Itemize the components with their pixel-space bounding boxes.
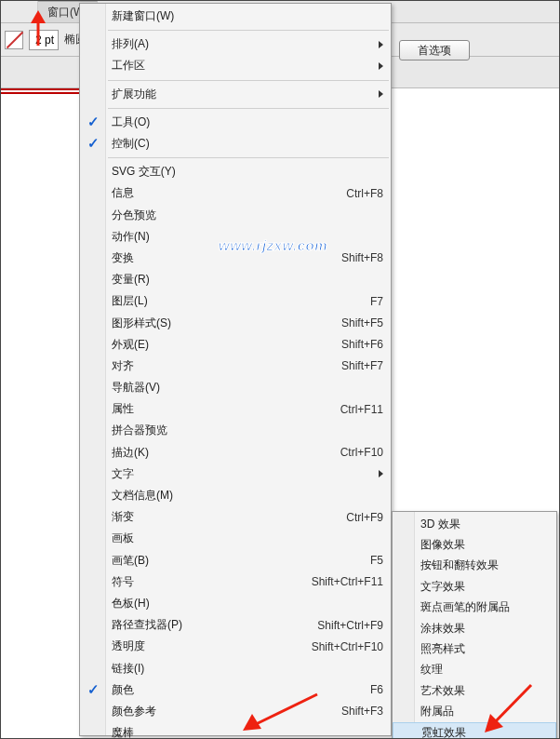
window-menu-separator bbox=[108, 80, 389, 81]
window-menu-item-label: 画笔(B) bbox=[112, 553, 352, 569]
window-menu-item[interactable]: ✓颜色F6 bbox=[80, 679, 391, 701]
style-library-submenu-item-label: 艺术效果 bbox=[420, 683, 549, 699]
window-menu-item[interactable]: 文字 bbox=[80, 464, 391, 485]
window-menu-item-label: 变量(R) bbox=[112, 272, 383, 288]
graphic-style-library-submenu: 3D 效果图像效果按钮和翻转效果文字效果斑点画笔的附属品涂抹效果照亮样式纹理艺术… bbox=[392, 511, 557, 739]
stroke-weight-field[interactable]: 2 pt bbox=[29, 30, 59, 50]
window-menu-item-label: 色板(H) bbox=[112, 596, 383, 611]
menu-shortcut: Ctrl+F10 bbox=[322, 446, 383, 459]
window-menu-item-label: 透明度 bbox=[112, 638, 293, 654]
style-library-submenu-item-label: 按钮和翻转效果 bbox=[420, 558, 549, 573]
window-menu-item[interactable]: SVG 交互(Y) bbox=[80, 161, 391, 182]
style-library-submenu-item[interactable]: 3D 效果 bbox=[393, 514, 556, 534]
window-menu-item[interactable]: 图层(L)F7 bbox=[80, 290, 391, 312]
window-menu-item[interactable]: 外观(E)Shift+F6 bbox=[80, 334, 391, 356]
window-menu-item-label: 渐变 bbox=[112, 509, 327, 525]
menu-shortcut: Shift+Ctrl+F11 bbox=[293, 575, 383, 588]
style-library-submenu-item[interactable]: 涂抹效果 bbox=[393, 618, 556, 638]
window-menu-item[interactable]: 魔棒 bbox=[80, 722, 391, 739]
style-library-submenu-item[interactable]: 斑点画笔的附属品 bbox=[393, 598, 556, 618]
style-library-submenu-item-label: 附属品 bbox=[420, 704, 549, 719]
window-menu-item[interactable]: 分色预览 bbox=[80, 205, 391, 226]
prefs-button[interactable]: 首选项 bbox=[399, 40, 470, 60]
style-library-submenu-item[interactable]: 按钮和翻转效果 bbox=[393, 556, 556, 576]
window-menu-item-label: 新建窗口(W) bbox=[112, 8, 383, 24]
window-menu-item[interactable]: 导航器(V) bbox=[80, 377, 391, 398]
window-menu-item[interactable]: 扩展功能 bbox=[80, 84, 391, 105]
menu-shortcut: Shift+F3 bbox=[323, 705, 383, 718]
style-library-submenu-item-label: 3D 效果 bbox=[420, 517, 549, 532]
check-icon: ✓ bbox=[86, 114, 100, 129]
style-library-submenu-item-label: 涂抹效果 bbox=[420, 621, 549, 637]
style-library-submenu-item[interactable]: 附属品 bbox=[393, 702, 556, 722]
window-menu-item[interactable]: 新建窗口(W) bbox=[80, 6, 391, 27]
window-menu-item[interactable]: 描边(K)Ctrl+F10 bbox=[80, 442, 391, 464]
prefs-button-label: 首选项 bbox=[418, 43, 451, 59]
window-menu-item[interactable]: 图形样式(S)Shift+F5 bbox=[80, 312, 391, 333]
window-menu-item[interactable]: 颜色参考Shift+F3 bbox=[80, 701, 391, 722]
window-menu-item-label: 属性 bbox=[112, 401, 322, 417]
window-menu-item[interactable]: 拼合器预览 bbox=[80, 420, 391, 441]
menu-shortcut: F7 bbox=[352, 295, 383, 308]
window-menu-item[interactable]: 符号Shift+Ctrl+F11 bbox=[80, 571, 391, 593]
chevron-right-icon bbox=[379, 90, 383, 98]
window-menu-item[interactable]: 渐变Ctrl+F9 bbox=[80, 506, 391, 528]
window-menu-item-label: 工具(O) bbox=[112, 114, 383, 130]
window-menu-item[interactable]: 信息Ctrl+F8 bbox=[80, 182, 391, 204]
window-menu-item[interactable]: ✓工具(O) bbox=[80, 112, 391, 133]
window-menu-item[interactable]: 变量(R) bbox=[80, 269, 391, 290]
chevron-right-icon bbox=[379, 62, 383, 70]
window-menu-item-label: 拼合器预览 bbox=[112, 423, 383, 438]
window-menu-item-label: 图层(L) bbox=[112, 293, 352, 309]
style-library-submenu-item-label: 纹理 bbox=[420, 662, 549, 678]
menu-shortcut: Shift+F6 bbox=[323, 338, 383, 351]
style-library-submenu-item[interactable]: 艺术效果 bbox=[393, 680, 556, 701]
menubar-tab-blank[interactable] bbox=[1, 1, 38, 22]
window-menu-item-label: 文档信息(M) bbox=[112, 488, 383, 504]
window-menu-item[interactable]: 画笔(B)F5 bbox=[80, 550, 391, 571]
window-menu-item[interactable]: 文档信息(M) bbox=[80, 485, 391, 506]
style-library-submenu-item-label: 文字效果 bbox=[420, 579, 549, 595]
window-menu-item[interactable]: ✓控制(C) bbox=[80, 133, 391, 155]
menu-shortcut: Ctrl+F8 bbox=[327, 187, 383, 200]
chevron-right-icon bbox=[379, 470, 383, 477]
window-menu-item[interactable]: 画板 bbox=[80, 528, 391, 549]
window-menu-item-label: 控制(C) bbox=[112, 136, 383, 152]
window-menu-item[interactable]: 色板(H) bbox=[80, 593, 391, 614]
window-menu-item-label: 信息 bbox=[112, 185, 327, 201]
style-library-submenu-item[interactable]: 纹理 bbox=[393, 660, 556, 680]
window-menu-separator bbox=[108, 157, 389, 158]
window-menu-separator bbox=[108, 30, 389, 31]
style-library-submenu-item[interactable]: 霓虹效果 bbox=[393, 722, 556, 739]
window-menu-item[interactable]: 属性Ctrl+F11 bbox=[80, 398, 391, 420]
window-menu-item[interactable]: 路径查找器(P)Shift+Ctrl+F9 bbox=[80, 614, 391, 636]
window-menu-item[interactable]: 透明度Shift+Ctrl+F10 bbox=[80, 636, 391, 657]
window-menu-item-label: 画板 bbox=[112, 531, 383, 546]
style-library-submenu-item[interactable]: 文字效果 bbox=[393, 576, 556, 597]
menu-shortcut: Shift+F7 bbox=[323, 359, 383, 372]
menu-shortcut: Shift+Ctrl+F9 bbox=[299, 619, 383, 632]
window-menu-item[interactable]: 工作区 bbox=[80, 55, 391, 76]
window-menu-separator bbox=[108, 108, 389, 109]
window-menu-item[interactable]: 排列(A) bbox=[80, 34, 391, 55]
window-menu-item-label: 符号 bbox=[112, 574, 293, 590]
style-library-submenu-item[interactable]: 照亮样式 bbox=[393, 638, 556, 659]
watermark: www.rjzxw.com bbox=[219, 237, 327, 253]
window-menu-item-label: 文字 bbox=[112, 466, 379, 482]
window-menu-item-label: 扩展功能 bbox=[112, 87, 379, 102]
window-menu-item-label: 描边(K) bbox=[112, 445, 322, 461]
fill-swatch[interactable] bbox=[5, 31, 23, 49]
window-menu-item-label: 颜色参考 bbox=[112, 704, 323, 719]
window-menu-item-label: SVG 交互(Y) bbox=[112, 164, 383, 180]
chevron-right-icon bbox=[379, 41, 383, 48]
window-menu-item[interactable]: 链接(I) bbox=[80, 657, 391, 679]
style-library-submenu-item[interactable]: 图像效果 bbox=[393, 534, 556, 555]
window-menu-item-label: 颜色 bbox=[112, 682, 352, 698]
menu-shortcut: F6 bbox=[352, 683, 383, 696]
window-menu-item-label: 导航器(V) bbox=[112, 380, 383, 396]
window-menu-item-label: 外观(E) bbox=[112, 337, 323, 353]
stroke-weight-value: 2 pt bbox=[35, 34, 54, 47]
window-menu-item-label: 排列(A) bbox=[112, 36, 379, 52]
window-menu-item[interactable]: 对齐Shift+F7 bbox=[80, 356, 391, 377]
check-icon: ✓ bbox=[86, 682, 100, 697]
